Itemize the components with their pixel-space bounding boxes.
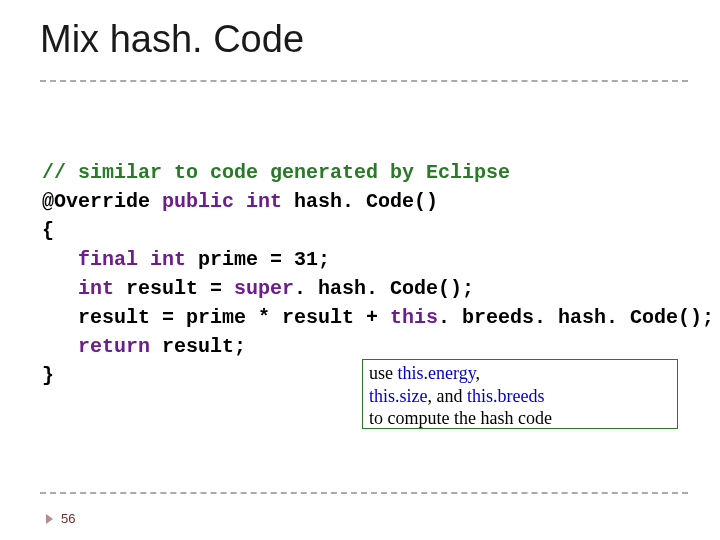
footer: 56 (46, 511, 75, 526)
code-line-5-super: super (234, 277, 294, 300)
note-line2-this1: this. (369, 386, 400, 406)
code-comment: // similar to code generated by Eclipse (42, 161, 510, 184)
code-line-8: } (42, 364, 54, 387)
code-line-4-final: final (42, 248, 150, 271)
divider-top (40, 80, 688, 82)
code-line-6-lhs: result = prime * result + (42, 306, 390, 329)
code-line-3: { (42, 219, 54, 242)
slide-title: Mix hash. Code (40, 18, 304, 61)
code-line-7-return: return (42, 335, 150, 358)
note-line1-energy: energy (428, 363, 475, 383)
code-line-2-int: int (246, 190, 282, 213)
code-line-5-assign: result = (114, 277, 234, 300)
note-line2-size: size (400, 386, 428, 406)
play-icon (46, 514, 53, 524)
note-line1-this: this. (398, 363, 429, 383)
code-line-7-val: result; (150, 335, 246, 358)
code-line-5-int: int (42, 277, 114, 300)
code-line-6-this: this (390, 306, 438, 329)
annotation-box: use this.energy, this.size, and this.bre… (362, 359, 678, 429)
code-block: // similar to code generated by Eclipse … (42, 158, 714, 390)
page-number: 56 (61, 511, 75, 526)
note-line3: to compute the hash code (369, 408, 552, 428)
slide: Mix hash. Code // similar to code genera… (0, 0, 720, 540)
note-line1-use: use (369, 363, 398, 383)
code-line-5-call: . hash. Code(); (294, 277, 474, 300)
code-line-2-sig: hash. Code() (282, 190, 438, 213)
note-line1-comma: , (476, 363, 481, 383)
note-line2-this2: this. (467, 386, 498, 406)
note-line2-breeds: breeds (498, 386, 545, 406)
divider-bottom (40, 492, 688, 494)
code-line-4-int: int (150, 248, 186, 271)
code-line-6-rhs: . breeds. hash. Code(); (438, 306, 714, 329)
code-line-4-rest: prime = 31; (186, 248, 330, 271)
note-line2-and: , and (428, 386, 468, 406)
code-line-2-override: @Override (42, 190, 162, 213)
code-line-2-public: public (162, 190, 246, 213)
